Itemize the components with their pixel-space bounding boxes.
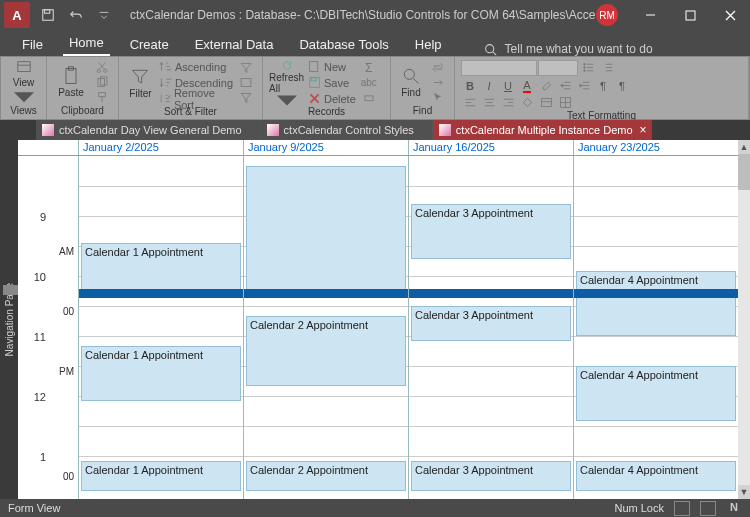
datasheet-view-icon[interactable] [700,501,716,516]
appointment[interactable]: Calendar 1 Appointment [81,461,241,491]
hour-label: 1 [40,451,46,463]
maximize-button[interactable] [670,0,710,30]
tell-me-search[interactable]: Tell me what you want to do [484,42,653,56]
save-record-button[interactable]: Save [308,75,356,90]
align-left-icon[interactable] [461,95,479,110]
svg-rect-27 [365,96,373,101]
appointment[interactable]: Calendar 2 Appointment [246,461,406,491]
svg-rect-9 [17,62,29,72]
day-header[interactable]: January 2/2025 [78,140,243,155]
delete-record-button[interactable]: Delete [308,91,356,106]
day-header[interactable]: January 9/2025 [243,140,408,155]
qat-customize-icon[interactable] [90,1,118,29]
spelling-icon[interactable]: abc [359,76,379,90]
window-title: ctxCalendar Demos : Database- C:\DBITech… [130,8,596,22]
layout-view-icon[interactable]: N [726,501,742,516]
ascending-button[interactable]: Ascending [159,59,233,74]
day-column[interactable]: Calendar 4 AppointmentCalendar 4 Appoint… [573,156,738,499]
close-button[interactable] [710,0,750,30]
records-group-label: Records [269,106,384,118]
svg-line-29 [414,79,419,84]
current-time-line [409,289,573,298]
appointment[interactable]: Calendar 4 Appointment [576,461,736,491]
user-avatar[interactable]: RM [596,4,618,26]
bold-icon[interactable]: B [461,78,479,93]
increase-indent-icon[interactable] [575,78,593,93]
cut-icon[interactable] [92,60,112,74]
appointment[interactable]: Calendar 1 Appointment [81,346,241,401]
tab-ctxcalendar-day-view-general-demo[interactable]: ctxCalendar Day View General Demo [36,120,261,140]
font-color-icon[interactable]: A [518,78,536,93]
vertical-scrollbar[interactable]: ▲ ▼ [738,140,750,499]
appointment[interactable]: Calendar 2 Appointment [246,316,406,386]
menu-file[interactable]: File [16,33,49,56]
align-center-icon[interactable] [480,95,498,110]
day-column[interactable]: Calendar 1 AppointmentCalendar 1 Appoint… [78,156,243,499]
svg-rect-1 [45,10,50,14]
navigation-pane[interactable]: Navigation Pane [0,140,18,499]
underline-icon[interactable]: U [499,78,517,93]
form-icon [267,124,279,136]
view-button[interactable]: View [7,59,40,105]
italic-icon[interactable]: I [480,78,498,93]
goto-icon[interactable] [428,75,448,89]
scroll-up-button[interactable]: ▲ [738,140,750,154]
alt-row-color-icon[interactable] [537,95,555,110]
appointment[interactable]: Calendar 3 Appointment [411,461,571,491]
decrease-indent-icon[interactable] [556,78,574,93]
bullets-icon[interactable] [579,60,597,75]
menu-help[interactable]: Help [409,33,448,56]
numlock-label: Num Lock [614,502,664,514]
svg-point-13 [97,69,100,72]
gridlines-icon[interactable] [556,95,574,110]
advanced-filter-icon[interactable] [236,76,256,90]
menu-home[interactable]: Home [63,31,110,56]
ltr-icon[interactable]: ¶ [594,78,612,93]
highlight-icon[interactable] [537,78,555,93]
refresh-all-button[interactable]: Refresh All [269,60,305,106]
day-column[interactable]: Calendar 3 AppointmentCalendar 3 Appoint… [408,156,573,499]
toggle-filter-icon[interactable] [236,91,256,105]
align-right-icon[interactable] [499,95,517,110]
filter-button[interactable]: Filter [125,60,156,106]
numbering-icon[interactable] [598,60,616,75]
menu-external-data[interactable]: External Data [189,33,280,56]
select-icon[interactable] [428,90,448,104]
day-column[interactable]: Calendar 2 AppointmentCalendar 2 Appoint… [243,156,408,499]
copy-icon[interactable] [92,75,112,89]
font-name-select[interactable] [461,60,537,76]
minimize-button[interactable] [630,0,670,30]
totals-icon[interactable]: Σ [359,61,379,75]
format-painter-icon[interactable] [92,90,112,104]
fill-color-icon[interactable] [518,95,536,110]
save-icon[interactable] [34,1,62,29]
appointment[interactable]: Calendar 4 Appointment [576,271,736,336]
tab-ctxcalendar-multiple-instance-demo[interactable]: ctxCalendar Multiple Instance Demo× [433,120,652,140]
selection-filter-icon[interactable] [236,61,256,75]
replace-icon[interactable] [428,60,448,74]
appointment[interactable]: Calendar 4 Appointment [576,366,736,421]
font-size-select[interactable] [538,60,578,76]
find-button[interactable]: Find [397,59,425,105]
new-record-button[interactable]: New [308,59,356,74]
scroll-thumb[interactable] [738,154,750,190]
appointment[interactable]: Calendar 3 Appointment [411,306,571,341]
time-gutter: 9AM100011PM12100 [18,156,78,499]
undo-icon[interactable] [62,1,90,29]
menu-create[interactable]: Create [124,33,175,56]
close-icon[interactable]: × [640,123,647,137]
appointment[interactable]: Calendar 3 Appointment [411,204,571,259]
appointment[interactable] [246,166,406,296]
day-header[interactable]: January 23/2025 [573,140,738,155]
sort-filter-group-label: Sort & Filter [125,106,256,118]
paste-button[interactable]: Paste [53,59,89,105]
rtl-icon[interactable]: ¶ [613,78,631,93]
menu-database-tools[interactable]: Database Tools [293,33,394,56]
status-bar: Form View Num Lock N [0,499,750,517]
day-header[interactable]: January 16/2025 [408,140,573,155]
remove-sort-button[interactable]: Remove Sort [159,91,233,106]
form-view-icon[interactable] [674,501,690,516]
tab-ctxcalendar-control-styles[interactable]: ctxCalendar Control Styles [261,120,433,140]
scroll-down-button[interactable]: ▼ [738,485,750,499]
more-icon[interactable] [359,91,379,105]
